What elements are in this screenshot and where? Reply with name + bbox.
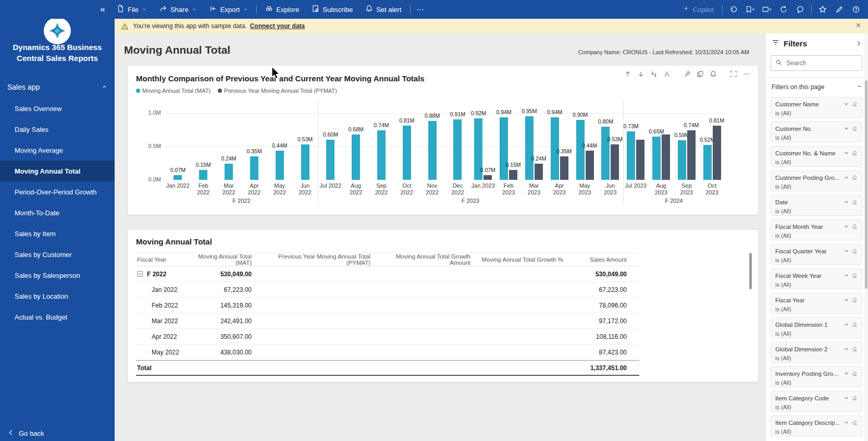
column-header[interactable]: Fiscal Year xyxy=(137,256,187,263)
clear-filter-eraser-icon[interactable] xyxy=(851,271,858,280)
table-scrollbar[interactable] xyxy=(749,253,752,289)
expand-filter-chevron-icon[interactable] xyxy=(844,149,849,158)
mat-bar[interactable] xyxy=(250,156,258,180)
clear-filter-eraser-icon[interactable] xyxy=(851,173,858,182)
filter-card-item-category-code[interactable]: Item Category Codeis (All) xyxy=(771,391,862,412)
collapse-section-icon[interactable] xyxy=(857,83,862,91)
pymat-bar[interactable] xyxy=(611,144,619,180)
help-icon[interactable] xyxy=(848,0,864,19)
share-menu-button[interactable]: Share xyxy=(153,0,203,19)
mat-bar[interactable] xyxy=(225,164,233,180)
sales-app-section-header[interactable]: Sales app xyxy=(0,79,115,95)
expand-filter-chevron-icon[interactable] xyxy=(844,173,849,182)
expand-filter-chevron-icon[interactable] xyxy=(844,345,849,354)
mat-bar[interactable] xyxy=(276,151,284,180)
mat-bar[interactable] xyxy=(601,127,610,180)
table-row[interactable]: F 2022530,049.00530,049.00 xyxy=(136,266,639,282)
explore-button[interactable]: Explore xyxy=(259,0,305,19)
sidebar-item-daily-sales[interactable]: Daily Sales xyxy=(0,119,115,140)
pymat-bar[interactable] xyxy=(535,164,543,180)
more-options-icon[interactable] xyxy=(413,0,428,19)
table-total-row[interactable]: Total1,337,451.00 xyxy=(136,360,639,376)
pymat-bar[interactable] xyxy=(586,151,594,180)
column-header[interactable]: Moving Annual Total Growth Amount xyxy=(375,253,475,266)
clear-filter-eraser-icon[interactable] xyxy=(851,124,858,133)
edit-pencil-icon[interactable] xyxy=(832,0,847,19)
expand-filter-chevron-icon[interactable] xyxy=(844,296,849,305)
filter-card-customer-posting-gro-[interactable]: Customer Posting Gro...is (All) xyxy=(771,170,862,191)
table-row[interactable]: Apr 2022350,607.00108,116.00 xyxy=(136,329,639,345)
clear-filter-eraser-icon[interactable] xyxy=(851,345,858,354)
copilot-button[interactable]: Copilot xyxy=(677,5,719,14)
filter-card-fiscal-year[interactable]: Fiscal Yearis (All) xyxy=(771,293,862,314)
pymat-bar[interactable] xyxy=(687,130,696,180)
pymat-bar[interactable] xyxy=(713,126,721,180)
comments-icon[interactable] xyxy=(792,0,808,19)
sidebar-item-sales-by-item[interactable]: Sales by Item xyxy=(0,223,115,244)
clear-filter-eraser-icon[interactable] xyxy=(851,418,858,427)
table-row[interactable]: Jan 202267,223.0067,223.00 xyxy=(136,282,639,298)
filter-card-inventory-posting-gro-[interactable]: Inventory Posting Gro...is (All) xyxy=(771,366,862,387)
filter-card-date[interactable]: Dateis (All) xyxy=(771,195,862,216)
mat-bar[interactable] xyxy=(428,121,437,180)
expand-filter-chevron-icon[interactable] xyxy=(844,124,849,133)
mat-bar[interactable] xyxy=(403,126,411,180)
column-header[interactable]: Previous Year Moving Annual Total (PYMAT… xyxy=(256,253,375,266)
search-input[interactable] xyxy=(786,59,858,67)
sidebar-collapse-button[interactable]: « xyxy=(95,4,110,15)
go-back-button[interactable]: Go back xyxy=(7,425,44,441)
sidebar-item-period-over-period-growth[interactable]: Period-Over-Period Growth xyxy=(0,181,115,202)
filter-card-customer-no-name[interactable]: Customer No. & Nameis (All) xyxy=(771,146,862,167)
sidebar-item-month-to-date[interactable]: Month-To-Date xyxy=(0,202,115,223)
expand-filter-chevron-icon[interactable] xyxy=(844,100,849,109)
banner-close-icon[interactable] xyxy=(855,22,862,30)
sidebar-item-sales-overview[interactable]: Sales Overview xyxy=(0,98,115,119)
expand-filter-chevron-icon[interactable] xyxy=(844,198,849,207)
sidebar-item-sales-by-salesperson[interactable]: Sales by Salesperson xyxy=(0,265,115,286)
mat-bar[interactable] xyxy=(576,120,585,180)
clear-filter-eraser-icon[interactable] xyxy=(851,247,858,256)
subscribe-button[interactable]: Subscribe xyxy=(305,0,359,19)
clear-filter-eraser-icon[interactable] xyxy=(851,198,858,207)
filter-card-item-category-descrip-[interactable]: Item Category Descrip...is (All) xyxy=(771,415,862,436)
column-header[interactable]: Moving Annual Total (MAT) xyxy=(187,253,256,266)
pymat-bar[interactable] xyxy=(483,175,492,180)
table-row[interactable]: Feb 2022145,319.0078,096.00 xyxy=(136,298,639,313)
clear-filter-eraser-icon[interactable] xyxy=(851,100,858,109)
mat-bar[interactable] xyxy=(301,144,309,180)
set-alert-button[interactable]: Set alert xyxy=(359,0,407,19)
filter-card-fiscal-month-year[interactable]: Fiscal Month Yearis (All) xyxy=(771,219,862,240)
pymat-bar[interactable] xyxy=(560,156,568,180)
column-header[interactable]: Moving Annual Total Growth % xyxy=(475,256,567,263)
expand-filter-chevron-icon[interactable] xyxy=(844,320,849,329)
expand-filter-chevron-icon[interactable] xyxy=(844,222,849,231)
mat-bar[interactable] xyxy=(199,170,207,180)
clear-filter-eraser-icon[interactable] xyxy=(851,222,858,231)
collapse-row-icon[interactable] xyxy=(137,271,143,277)
filter-card-global-dimension-2[interactable]: Global Dimension 2is (All) xyxy=(771,342,862,363)
column-header[interactable]: Sales Amount xyxy=(567,256,631,263)
mat-bar[interactable] xyxy=(627,131,635,180)
mat-bar[interactable] xyxy=(173,175,182,180)
refresh-icon[interactable] xyxy=(776,0,791,19)
table-row[interactable]: May 2022438,030.0087,423.00 xyxy=(136,345,639,360)
pymat-bar[interactable] xyxy=(509,170,517,180)
filter-card-customer-name[interactable]: Customer Nameis (All) xyxy=(771,97,862,118)
sidebar-item-sales-by-customer[interactable]: Sales by Customer xyxy=(0,244,115,265)
mat-bar[interactable] xyxy=(326,140,334,180)
mat-bar[interactable] xyxy=(377,130,386,180)
collapse-panel-chevron-icon[interactable] xyxy=(855,39,862,48)
filter-card-customer-no-[interactable]: Customer No.is (All) xyxy=(771,121,862,142)
expand-filter-chevron-icon[interactable] xyxy=(844,369,849,378)
sidebar-item-moving-annual-total[interactable]: Moving Annual Total xyxy=(0,161,115,181)
clear-filter-eraser-icon[interactable] xyxy=(851,296,858,305)
mat-bar[interactable] xyxy=(652,137,661,180)
mat-bar[interactable] xyxy=(678,140,686,180)
favorite-star-icon[interactable] xyxy=(815,0,830,19)
filter-card-fiscal-week-year[interactable]: Fiscal Week Yearis (All) xyxy=(771,268,862,289)
mat-bar[interactable] xyxy=(352,134,360,180)
sidebar-item-sales-by-location[interactable]: Sales by Location xyxy=(0,286,115,307)
clear-filter-eraser-icon[interactable] xyxy=(851,369,858,378)
sidebar-item-actual-vs-budget[interactable]: Actual vs. Budget xyxy=(0,307,115,327)
view-dropdown-icon[interactable] xyxy=(759,0,775,19)
